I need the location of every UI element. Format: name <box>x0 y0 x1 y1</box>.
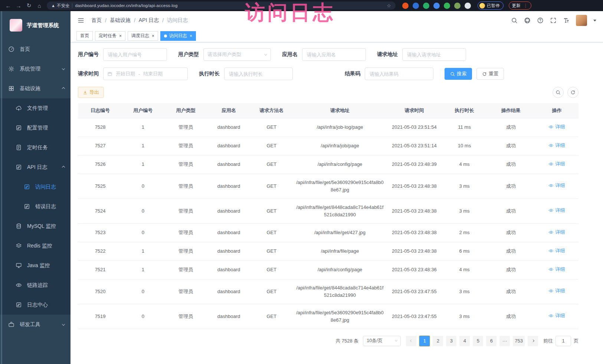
detail-button[interactable]: 详细 <box>548 266 565 273</box>
reset-button[interactable]: 重置 <box>476 68 504 80</box>
table-cell: 2021-05-03 23:48:38 <box>386 242 442 260</box>
sidebar-item-定时任务[interactable]: 定时任务 <box>0 138 71 157</box>
toggle-search-button[interactable] <box>553 87 564 98</box>
bookmark-icon[interactable]: ☆ <box>387 3 391 9</box>
user-type-select[interactable]: 请选择用户类型 <box>203 48 271 61</box>
table-cell: 管理员 <box>163 137 208 155</box>
detail-button[interactable]: 详细 <box>548 182 565 189</box>
kebab-menu-icon[interactable]: ⋮ <box>524 3 528 8</box>
goto-page-input[interactable] <box>556 336 571 346</box>
detail-button[interactable]: 详细 <box>548 207 565 214</box>
help-icon[interactable] <box>537 17 544 24</box>
search-button[interactable]: 搜索 <box>445 68 472 80</box>
tab-定时任务[interactable]: 定时任务× <box>95 31 125 41</box>
detail-button[interactable]: 详细 <box>548 247 565 255</box>
detail-button[interactable]: 详细 <box>548 312 565 319</box>
search-icon[interactable] <box>511 17 518 24</box>
table-cell: 10 ms <box>442 137 486 155</box>
extension-icon-1[interactable] <box>402 3 409 9</box>
close-icon[interactable]: × <box>119 34 122 38</box>
app-name-input[interactable] <box>302 48 366 61</box>
breadcrumb-separator: / <box>105 17 106 23</box>
breadcrumb-item[interactable]: 基础设施 <box>110 17 131 24</box>
home-icon[interactable]: ⌂ <box>35 1 44 10</box>
tab-访问日志[interactable]: 访问日志× <box>160 31 196 41</box>
page-button-4[interactable]: 4 <box>459 336 470 346</box>
address-bar[interactable]: ▲ 不安全 dashboard.yudao.iocoder.cn/infra/l… <box>47 1 396 10</box>
table-cell: 7521 <box>78 260 122 279</box>
page-button-5[interactable]: 5 <box>473 336 483 346</box>
profile-paused-badge[interactable]: 已暂停 <box>478 1 504 10</box>
page-button-3[interactable]: 3 <box>446 336 456 346</box>
caret-down-icon[interactable] <box>593 20 596 22</box>
app-logo[interactable]: 芋道管理系统 <box>0 11 71 39</box>
extension-icon-7[interactable] <box>465 3 471 9</box>
forward-icon[interactable]: → <box>14 1 23 10</box>
sidebar-item-链路追踪[interactable]: 链路追踪 <box>0 275 71 295</box>
detail-button[interactable]: 详细 <box>548 142 565 149</box>
reload-icon[interactable]: ↻ <box>24 1 33 10</box>
refresh-table-button[interactable] <box>567 87 579 98</box>
sidebar-item-MySQL 监控[interactable]: MySQL 监控 <box>0 216 71 236</box>
duration-input[interactable] <box>224 68 293 80</box>
close-icon[interactable]: × <box>152 34 154 38</box>
table-cell: dashboard <box>208 242 250 260</box>
sidebar-item-文件管理[interactable]: 文件管理 <box>0 98 71 118</box>
prev-page-button[interactable] <box>406 336 416 346</box>
extension-icon-5[interactable] <box>444 3 450 9</box>
close-icon[interactable]: × <box>190 34 192 38</box>
user-id-input[interactable] <box>103 48 167 61</box>
tab-首页[interactable]: 首页 <box>76 31 93 41</box>
table-cell: GET <box>250 260 294 279</box>
breadcrumb-item[interactable]: API 日志 <box>139 17 159 24</box>
sidebar-item-label: 日志中心 <box>27 302 48 308</box>
fullscreen-icon[interactable] <box>550 17 557 24</box>
sidebar-item-基础设施[interactable]: 基础设施 <box>0 79 71 98</box>
extension-icon-4[interactable] <box>433 3 440 9</box>
security-status[interactable]: ▲ 不安全 <box>51 3 69 9</box>
back-icon[interactable]: ← <box>4 1 13 10</box>
sidebar-item-访问日志[interactable]: 访问日志 <box>0 177 71 197</box>
sidebar-item-错误日志[interactable]: 错误日志 <box>0 197 71 216</box>
sidebar-item-系统管理[interactable]: 系统管理 <box>0 59 71 79</box>
hamburger-icon[interactable] <box>77 17 85 24</box>
breadcrumb-item[interactable]: 首页 <box>91 17 102 24</box>
table-cell: 2021-05-03 23:48:36 <box>386 260 442 279</box>
app-title: 芋道管理系统 <box>27 22 59 29</box>
sidebar-item-首页[interactable]: 首页 <box>0 39 71 59</box>
sidebar-item-日志中心[interactable]: 日志中心 <box>0 295 71 315</box>
tab-调度日志[interactable]: 调度日志× <box>128 31 158 41</box>
detail-button[interactable]: 详细 <box>548 229 565 236</box>
detail-button[interactable]: 详细 <box>548 160 565 168</box>
detail-button[interactable]: 详细 <box>548 123 565 131</box>
table-cell: 2021-05-03 23:48:38 <box>386 174 442 199</box>
user-avatar[interactable] <box>576 15 587 26</box>
page-button-753[interactable]: 753 <box>513 336 525 346</box>
page-size-select[interactable]: 10条/页 <box>363 336 401 346</box>
export-button[interactable]: 导出 <box>78 87 104 98</box>
detail-button[interactable]: 详细 <box>548 287 565 295</box>
filter-label-user-type: 用户类型 <box>178 51 199 58</box>
sidebar-item-研发工具[interactable]: 研发工具 <box>0 315 71 334</box>
tab-label: 定时任务 <box>99 33 117 39</box>
page-button-6[interactable]: 6 <box>486 336 497 346</box>
infra-icon <box>8 85 14 92</box>
request-url-input[interactable] <box>402 48 466 61</box>
sidebar-item-API 日志[interactable]: API 日志 <box>0 157 71 177</box>
extension-icon-3[interactable] <box>423 3 429 9</box>
chevron-down-icon <box>62 322 65 325</box>
page-button-2[interactable]: 2 <box>433 336 443 346</box>
page-ellipsis-button[interactable]: ··· <box>499 336 510 346</box>
next-page-button[interactable] <box>528 336 538 346</box>
sidebar-item-Java 监控[interactable]: Java 监控 <box>0 256 71 275</box>
request-time-range-picker[interactable]: 开始日期 - 结束日期 <box>103 68 188 80</box>
sidebar-item-配置管理[interactable]: 配置管理 <box>0 118 71 138</box>
extension-icon-6[interactable] <box>454 3 461 9</box>
github-icon[interactable] <box>524 17 531 24</box>
extension-icon-2[interactable] <box>413 3 419 9</box>
font-size-icon[interactable] <box>563 17 570 24</box>
sidebar-item-Redis 监控[interactable]: Redis 监控 <box>0 236 71 256</box>
page-button-1[interactable]: 1 <box>419 336 430 346</box>
result-code-input[interactable] <box>365 68 433 80</box>
browser-update-button[interactable]: 更新 ⋮ <box>509 1 531 10</box>
